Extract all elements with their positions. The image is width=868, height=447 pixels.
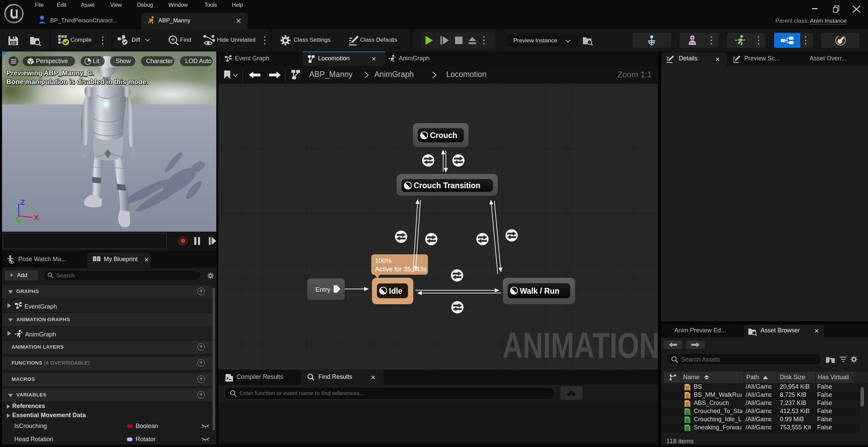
svg-text:Y: Y xyxy=(16,218,21,226)
svg-text:Walk / Run: Walk / Run xyxy=(520,287,559,295)
svg-text:100%: 100% xyxy=(375,257,392,264)
svg-text:X: X xyxy=(34,213,39,222)
svg-text:Active for 35,943s: Active for 35,943s xyxy=(375,266,427,273)
svg-text:Entry: Entry xyxy=(315,286,331,293)
svg-text:Z: Z xyxy=(20,198,25,207)
svg-text:ANIMATION: ANIMATION xyxy=(502,326,658,365)
svg-text:Crouch: Crouch xyxy=(430,131,457,140)
svg-text:Crouch Transition: Crouch Transition xyxy=(414,181,480,190)
svg-text:Idle: Idle xyxy=(389,287,402,295)
